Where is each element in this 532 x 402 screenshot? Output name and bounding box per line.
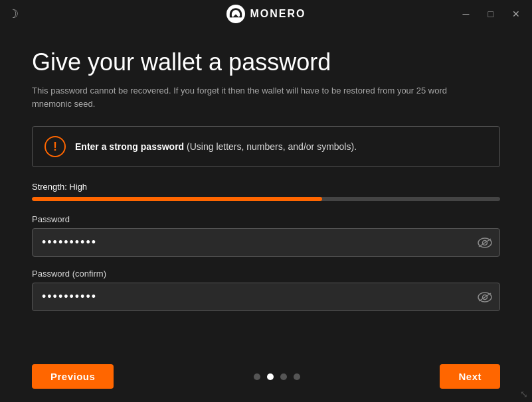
pagination-dots (254, 373, 300, 380)
page-title: Give your wallet a password (32, 48, 500, 76)
svg-point-0 (226, 5, 245, 23)
strength-bar-fill (32, 197, 322, 201)
password-label: Password (32, 214, 500, 224)
next-button[interactable]: Next (440, 364, 500, 389)
password-field-wrapper (32, 228, 500, 257)
strength-label: Strength: High (32, 182, 500, 192)
moon-icon[interactable]: ☽ (8, 7, 19, 21)
eye-icon (478, 237, 492, 248)
strength-bar (32, 197, 500, 201)
main-content: Give your wallet a password This passwor… (0, 28, 532, 356)
dot-4 (294, 373, 300, 380)
minimize-button[interactable]: ─ (459, 7, 474, 21)
password-confirm-toggle-button[interactable] (478, 292, 492, 302)
monero-logo-icon (226, 5, 245, 23)
password-confirm-input[interactable] (32, 283, 500, 311)
titlebar-controls: ─ □ ✕ (459, 7, 524, 21)
page-subtitle: This password cannot be recovered. If yo… (32, 84, 484, 110)
bottom-nav: Previous Next (0, 356, 532, 402)
titlebar-center: MONERO (226, 5, 306, 23)
dot-3 (280, 373, 287, 380)
titlebar-left: ☽ (8, 7, 19, 21)
app-title: MONERO (250, 8, 306, 20)
close-button[interactable]: ✕ (508, 7, 524, 21)
warning-text: Enter a strong password (Using letters, … (75, 141, 357, 152)
password-input[interactable] (32, 228, 500, 257)
warning-text-rest: (Using letters, numbers, and/or symbols)… (184, 141, 357, 152)
warning-icon: ! (44, 136, 66, 157)
dot-1 (254, 373, 260, 380)
maximize-button[interactable]: □ (484, 7, 497, 21)
resize-handle[interactable]: ⤡ (520, 389, 528, 399)
dot-2 (267, 373, 274, 380)
previous-button[interactable]: Previous (32, 364, 114, 389)
password-confirm-field-wrapper (32, 283, 500, 311)
warning-box: ! Enter a strong password (Using letters… (32, 126, 500, 167)
warning-text-bold: Enter a strong password (75, 141, 184, 152)
password-toggle-button[interactable] (478, 237, 492, 248)
password-confirm-label: Password (confirm) (32, 269, 500, 279)
titlebar: ☽ MONERO ─ □ ✕ (0, 0, 532, 28)
eye-confirm-icon (478, 292, 492, 302)
